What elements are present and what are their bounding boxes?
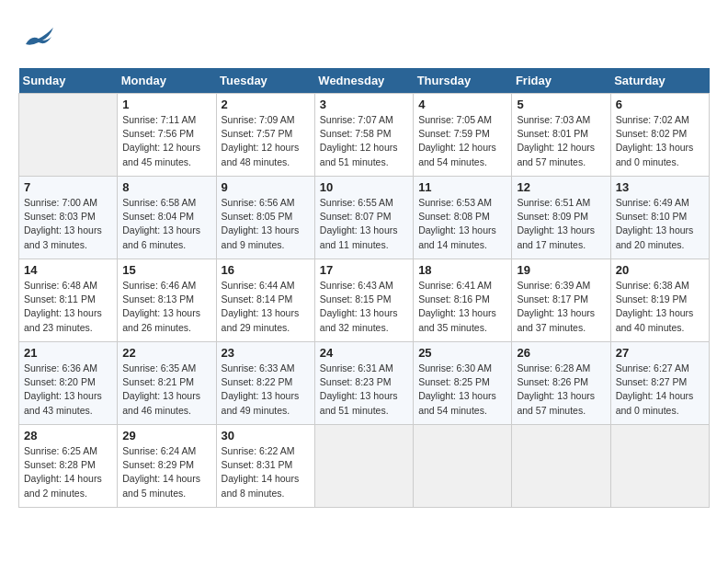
daylight-label: Daylight: 13 hours and 40 minutes.: [616, 307, 694, 332]
daylight-label: Daylight: 13 hours and 11 minutes.: [320, 224, 398, 249]
day-info: Sunrise: 7:11 AMSunset: 7:56 PMDaylight:…: [122, 113, 210, 169]
day-info: Sunrise: 6:41 AMSunset: 8:16 PMDaylight:…: [418, 279, 506, 335]
sunrise-label: Sunrise: 6:53 AM: [418, 197, 492, 208]
day-info: Sunrise: 6:24 AMSunset: 8:29 PMDaylight:…: [122, 444, 210, 500]
day-number: 19: [517, 263, 605, 277]
sunrise-label: Sunrise: 7:05 AM: [418, 114, 492, 125]
day-info: Sunrise: 6:49 AMSunset: 8:10 PMDaylight:…: [616, 196, 704, 252]
day-number: 10: [320, 180, 408, 194]
calendar-cell: 10Sunrise: 6:55 AMSunset: 8:07 PMDayligh…: [314, 177, 413, 259]
daylight-label: Daylight: 13 hours and 46 minutes.: [122, 390, 200, 415]
calendar-header-row: SundayMondayTuesdayWednesdayThursdayFrid…: [19, 68, 710, 94]
day-number: 20: [616, 263, 704, 277]
day-number: 2: [222, 98, 310, 111]
sunrise-label: Sunrise: 6:55 AM: [320, 197, 393, 208]
calendar-week-2: 7Sunrise: 7:00 AMSunset: 8:03 PMDaylight…: [19, 177, 710, 259]
calendar-week-3: 14Sunrise: 6:48 AMSunset: 8:11 PMDayligh…: [19, 259, 710, 342]
day-info: Sunrise: 6:22 AMSunset: 8:31 PMDaylight:…: [222, 444, 310, 500]
day-info: Sunrise: 6:43 AMSunset: 8:15 PMDaylight:…: [320, 279, 408, 335]
day-number: 12: [517, 180, 605, 194]
sunrise-label: Sunrise: 6:56 AM: [222, 197, 295, 208]
daylight-label: Daylight: 14 hours and 5 minutes.: [122, 473, 200, 498]
sunset-label: Sunset: 8:25 PM: [418, 376, 490, 387]
calendar-cell: 3Sunrise: 7:07 AMSunset: 7:58 PMDaylight…: [314, 94, 413, 177]
calendar-cell: 19Sunrise: 6:39 AMSunset: 8:17 PMDayligh…: [512, 259, 610, 342]
calendar-cell: 6Sunrise: 7:02 AMSunset: 8:02 PMDaylight…: [610, 94, 709, 177]
day-info: Sunrise: 6:55 AMSunset: 8:07 PMDaylight:…: [320, 196, 408, 252]
day-number: 9: [222, 180, 310, 194]
sunset-label: Sunset: 8:08 PM: [418, 211, 490, 222]
column-header-saturday: Saturday: [610, 68, 709, 94]
day-info: Sunrise: 6:36 AMSunset: 8:20 PMDaylight:…: [24, 362, 112, 418]
day-number: 28: [24, 429, 112, 442]
calendar-cell: 9Sunrise: 6:56 AMSunset: 8:05 PMDaylight…: [216, 177, 314, 259]
day-info: Sunrise: 6:58 AMSunset: 8:04 PMDaylight:…: [122, 196, 210, 252]
daylight-label: Daylight: 13 hours and 51 minutes.: [320, 390, 398, 415]
sunrise-label: Sunrise: 7:09 AM: [222, 114, 295, 125]
column-header-wednesday: Wednesday: [314, 68, 413, 94]
sunrise-label: Sunrise: 6:27 AM: [616, 362, 689, 373]
day-info: Sunrise: 7:05 AMSunset: 7:59 PMDaylight:…: [418, 113, 506, 169]
sunset-label: Sunset: 8:05 PM: [222, 211, 293, 222]
sunset-label: Sunset: 8:19 PM: [616, 293, 688, 304]
day-number: 5: [517, 98, 605, 111]
day-number: 25: [418, 346, 506, 360]
daylight-label: Daylight: 12 hours and 51 minutes.: [320, 142, 398, 167]
calendar-cell: 2Sunrise: 7:09 AMSunset: 7:57 PMDaylight…: [216, 94, 314, 177]
daylight-label: Daylight: 13 hours and 35 minutes.: [418, 307, 496, 332]
calendar-week-4: 21Sunrise: 6:36 AMSunset: 8:20 PMDayligh…: [19, 342, 710, 425]
daylight-label: Daylight: 12 hours and 48 minutes.: [222, 142, 300, 167]
sunset-label: Sunset: 7:56 PM: [122, 128, 194, 139]
daylight-label: Daylight: 13 hours and 54 minutes.: [418, 390, 496, 415]
sunset-label: Sunset: 8:26 PM: [517, 376, 588, 387]
day-number: 22: [122, 346, 210, 360]
day-number: 27: [616, 346, 704, 360]
day-info: Sunrise: 6:33 AMSunset: 8:22 PMDaylight:…: [222, 362, 310, 418]
daylight-label: Daylight: 13 hours and 20 minutes.: [616, 224, 694, 249]
day-number: 11: [418, 180, 506, 194]
day-info: Sunrise: 6:38 AMSunset: 8:19 PMDaylight:…: [616, 279, 704, 335]
day-info: Sunrise: 6:27 AMSunset: 8:27 PMDaylight:…: [616, 362, 704, 418]
day-info: Sunrise: 6:44 AMSunset: 8:14 PMDaylight:…: [222, 279, 310, 335]
page-header: [18, 18, 710, 59]
sunrise-label: Sunrise: 6:30 AM: [418, 362, 492, 373]
day-number: 6: [616, 98, 704, 111]
calendar-cell: 25Sunrise: 6:30 AMSunset: 8:25 PMDayligh…: [414, 342, 512, 425]
daylight-label: Daylight: 13 hours and 49 minutes.: [222, 390, 300, 415]
sunset-label: Sunset: 8:01 PM: [517, 128, 588, 139]
calendar-cell: [19, 94, 118, 177]
day-info: Sunrise: 7:07 AMSunset: 7:58 PMDaylight:…: [320, 113, 408, 169]
day-info: Sunrise: 7:09 AMSunset: 7:57 PMDaylight:…: [222, 113, 310, 169]
calendar-cell: [610, 425, 709, 508]
day-info: Sunrise: 6:30 AMSunset: 8:25 PMDaylight:…: [418, 362, 506, 418]
day-number: 3: [320, 98, 408, 111]
daylight-label: Daylight: 12 hours and 45 minutes.: [122, 142, 200, 167]
sunset-label: Sunset: 8:17 PM: [517, 293, 588, 304]
day-info: Sunrise: 7:00 AMSunset: 8:03 PMDaylight:…: [24, 196, 112, 252]
daylight-label: Daylight: 13 hours and 9 minutes.: [222, 224, 300, 249]
sunset-label: Sunset: 8:04 PM: [122, 211, 194, 222]
column-header-tuesday: Tuesday: [216, 68, 314, 94]
sunrise-label: Sunrise: 6:33 AM: [222, 362, 295, 373]
sunset-label: Sunset: 8:29 PM: [122, 459, 194, 470]
sunset-label: Sunset: 8:28 PM: [24, 459, 96, 470]
calendar-cell: 20Sunrise: 6:38 AMSunset: 8:19 PMDayligh…: [610, 259, 709, 342]
sunset-label: Sunset: 8:13 PM: [122, 293, 194, 304]
calendar-cell: 12Sunrise: 6:51 AMSunset: 8:09 PMDayligh…: [512, 177, 610, 259]
sunset-label: Sunset: 8:03 PM: [24, 211, 96, 222]
sunset-label: Sunset: 8:07 PM: [320, 211, 392, 222]
calendar-cell: 1Sunrise: 7:11 AMSunset: 7:56 PMDaylight…: [118, 94, 216, 177]
sunset-label: Sunset: 8:22 PM: [222, 376, 293, 387]
day-number: 24: [320, 346, 408, 360]
day-info: Sunrise: 6:28 AMSunset: 8:26 PMDaylight:…: [517, 362, 605, 418]
calendar-cell: 29Sunrise: 6:24 AMSunset: 8:29 PMDayligh…: [118, 425, 216, 508]
calendar-cell: 16Sunrise: 6:44 AMSunset: 8:14 PMDayligh…: [216, 259, 314, 342]
sunset-label: Sunset: 8:14 PM: [222, 293, 293, 304]
daylight-label: Daylight: 13 hours and 57 minutes.: [517, 390, 595, 415]
day-info: Sunrise: 6:35 AMSunset: 8:21 PMDaylight:…: [122, 362, 210, 418]
day-info: Sunrise: 6:53 AMSunset: 8:08 PMDaylight:…: [418, 196, 506, 252]
sunrise-label: Sunrise: 7:00 AM: [24, 197, 97, 208]
calendar-cell: 21Sunrise: 6:36 AMSunset: 8:20 PMDayligh…: [19, 342, 118, 425]
sunset-label: Sunset: 7:58 PM: [320, 128, 392, 139]
sunset-label: Sunset: 8:02 PM: [616, 128, 688, 139]
